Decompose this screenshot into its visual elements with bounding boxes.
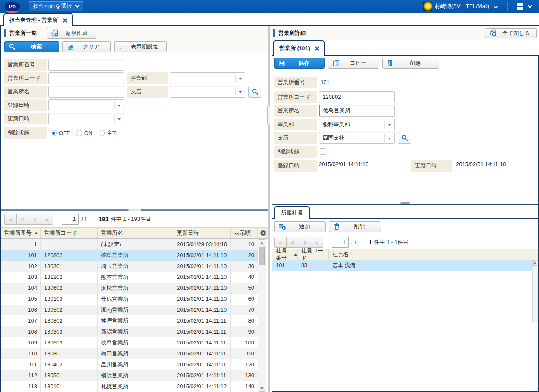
close-icon[interactable]	[314, 46, 319, 51]
column-header-order[interactable]: 表示順	[231, 228, 258, 238]
column-header-emp-no[interactable]: 社員番号	[272, 249, 298, 260]
column-header-emp-name[interactable]: 社員名	[329, 249, 538, 260]
detail-office-name-input[interactable]: 徳島営業所	[319, 105, 395, 117]
chevron-down-icon[interactable]	[494, 4, 498, 8]
last-page-button[interactable]: »	[41, 214, 53, 225]
detail-branch-search-button[interactable]	[398, 132, 411, 144]
close-all-button[interactable]: 全て閉じる	[485, 28, 537, 38]
detail-updated-label: 更新日時	[411, 160, 452, 172]
user-name[interactable]: 村崎博(SV、TEL/Mail)	[435, 3, 489, 10]
branch-label: 支店	[127, 86, 168, 98]
office-table-row[interactable]: 106 130502 湘南営業所 2015/02/01 14:11:10 70	[1, 305, 258, 315]
office-no-input[interactable]	[48, 59, 124, 71]
display-order-button[interactable]: ↓↑ 表示順設定	[114, 41, 167, 52]
column-header-office-name[interactable]: 営業所名	[98, 228, 173, 238]
cell-office-name: 熊本営業所	[98, 272, 173, 283]
last-page-button[interactable]: »	[311, 237, 323, 248]
branch-search-button[interactable]	[248, 86, 261, 98]
prev-page-button[interactable]: <	[286, 237, 299, 248]
detail-office-code-input[interactable]: 120802	[319, 91, 395, 103]
radio-off[interactable]	[51, 130, 57, 136]
office-table-row[interactable]: 108 130303 新潟営業所 2015/02/01 14:11:11 90	[1, 326, 258, 337]
create-new-button[interactable]: 新規作成	[47, 28, 96, 39]
copy-button[interactable]: コピー	[328, 58, 379, 69]
save-button[interactable]: 保存	[274, 58, 325, 69]
office-table-scrollbar[interactable]	[258, 239, 266, 392]
office-table-row[interactable]: 1 (未設定) 2015/01/29 03:14:10 10	[1, 239, 258, 250]
create-new-label: 新規作成	[59, 29, 96, 37]
radio-all[interactable]	[99, 130, 105, 136]
branch-select[interactable]	[170, 86, 245, 98]
cell-order: 90	[231, 326, 258, 337]
division-select[interactable]	[170, 72, 245, 84]
search-button[interactable]: 検索	[4, 41, 59, 52]
office-table-row[interactable]: 101 120802 徳島営業所 2015/02/01 14:11:10 20	[1, 250, 258, 261]
cell-office-no: 102	[1, 261, 41, 272]
office-table-row[interactable]: 103 131202 熊本営業所 2015/02/01 14:11:10 40	[1, 272, 258, 283]
office-table-row[interactable]: 113 130101 札幌営業所 2015/02/01 14:11:12 140	[1, 381, 258, 392]
search-icon	[9, 43, 16, 50]
chevron-down-icon[interactable]	[528, 3, 532, 8]
scroll-thumb[interactable]	[259, 247, 265, 265]
splitter-grip	[400, 202, 410, 204]
tab-tantosha-kanri-eigyosho[interactable]: 担当者管理 - 営業所	[3, 13, 73, 26]
record-count-text: 件中 1 - 1件目	[374, 238, 408, 246]
prev-page-button[interactable]: <	[16, 214, 29, 225]
main-tab-strip	[0, 13, 539, 26]
page-input[interactable]: 1	[62, 214, 79, 225]
cell-office-no: 107	[1, 315, 41, 326]
first-page-button[interactable]: «	[4, 214, 17, 225]
delete-state-label: 削除状態	[4, 127, 47, 139]
office-name-input[interactable]	[48, 86, 124, 98]
delete-employee-button[interactable]: 削除	[329, 221, 381, 232]
clear-button[interactable]: クリア	[62, 41, 111, 52]
first-page-button[interactable]: «	[274, 237, 287, 248]
office-search-form: 営業所番号 営業所コード 事業部 営業所名 支店 登録日時	[1, 53, 268, 209]
add-employee-button[interactable]: 追加	[274, 221, 326, 232]
next-page-button[interactable]: >	[299, 237, 311, 248]
employee-table-row[interactable]: 101 83 若本 浅海	[272, 260, 532, 271]
page-total: / 1	[81, 216, 87, 222]
next-page-button[interactable]: >	[29, 214, 41, 225]
office-table-row[interactable]: 104 130602 浜松営業所 2015/02/01 14:11:10 50	[1, 283, 258, 294]
close-all-icon	[489, 29, 497, 37]
cell-updated: 2015/02/01 14:11:11	[173, 337, 231, 348]
detail-horizontal-splitter[interactable]	[272, 204, 538, 205]
employees-table-scrollbar[interactable]	[532, 260, 538, 323]
detail-branch-select[interactable]: 四国支社	[319, 132, 395, 144]
office-table-row[interactable]: 112 130501 横浜営業所 2015/02/01 14:11:11 130	[1, 370, 258, 381]
created-select[interactable]	[48, 99, 124, 111]
radio-on-label: ON	[84, 130, 93, 136]
scroll-up-button[interactable]	[259, 239, 265, 246]
office-table-row[interactable]: 102 130301 埼玉営業所 2015/02/01 14:11:10 30	[1, 261, 258, 272]
screen-select-button[interactable]: 操作画面を選択	[29, 1, 83, 11]
office-table-row[interactable]: 107 130802 神戸営業所 2015/02/01 14:11:11 80	[1, 315, 258, 326]
office-table-row[interactable]: 105 130103 帯広営業所 2015/02/01 14:11:10 60	[1, 294, 258, 305]
office-detail-tab[interactable]: 営業所 (101)	[273, 40, 325, 56]
delete-button[interactable]: 削除	[382, 58, 439, 69]
office-table-row[interactable]: 110 130801 梅田営業所 2015/02/01 14:11:11 110	[1, 348, 258, 359]
office-table-row[interactable]: 109 130603 岐阜営業所 2015/02/01 14:11:11 100	[1, 337, 258, 348]
detail-division-select[interactable]: 眼科事業部	[319, 119, 395, 130]
detail-office-code-label: 営業所コード	[274, 91, 317, 103]
column-settings-button[interactable]	[258, 228, 268, 238]
page-input[interactable]: 1	[332, 237, 349, 248]
cell-office-code: 130602	[41, 283, 98, 294]
office-code-input[interactable]	[48, 72, 124, 84]
scroll-up-button[interactable]	[533, 260, 537, 266]
employees-table-header: 社員番号 社員コード 社員名	[272, 249, 538, 260]
column-header-emp-code[interactable]: 社員コード	[298, 249, 329, 260]
updated-select[interactable]	[48, 113, 124, 124]
office-table-row[interactable]: 111 130402 品川営業所 2015/02/01 14:11:11 120	[1, 359, 258, 370]
column-header-office-code[interactable]: 営業所コード	[41, 228, 98, 238]
record-count-number: 193	[99, 216, 108, 222]
detail-updated-value: 2015/02/01 14:11:10	[456, 159, 506, 170]
apps-grid-icon[interactable]	[517, 3, 523, 10]
detail-delete-state-checkbox[interactable]	[320, 148, 326, 155]
close-icon[interactable]	[62, 18, 67, 23]
scroll-down-button[interactable]	[259, 385, 265, 392]
column-header-office-no[interactable]: 営業所番号	[1, 228, 41, 238]
column-header-updated[interactable]: 更新日時	[173, 228, 231, 238]
employees-tab[interactable]: 所属社員	[274, 206, 310, 219]
radio-on[interactable]	[76, 130, 82, 136]
